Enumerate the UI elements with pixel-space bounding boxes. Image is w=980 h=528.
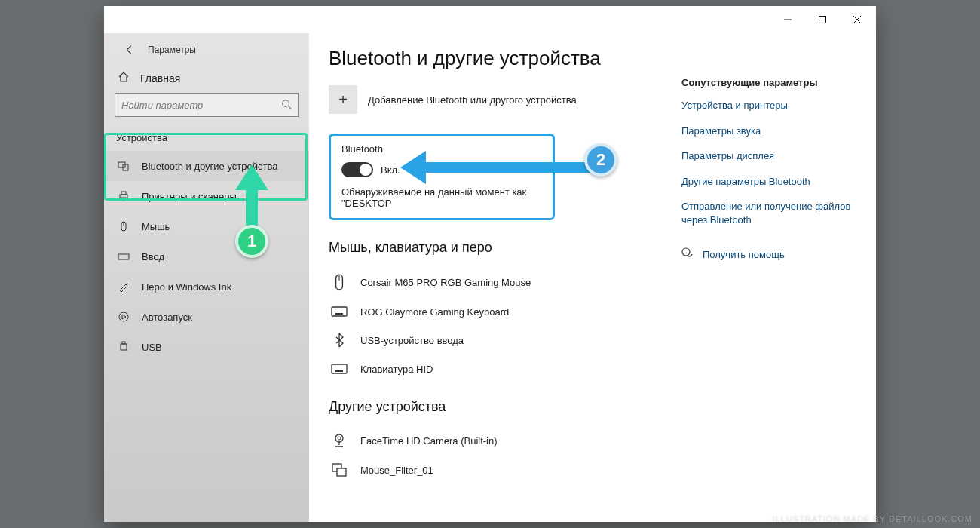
generic-device-icon	[329, 463, 350, 477]
search-placeholder: Найти параметр	[121, 100, 203, 111]
bluetooth-label: Bluetooth	[341, 143, 542, 155]
nav-label: USB	[142, 342, 162, 353]
mouse-icon	[329, 274, 350, 290]
discoverable-text: Обнаруживаемое на данный момент как "DES…	[341, 186, 542, 209]
svg-rect-22	[332, 307, 347, 316]
sidebar-nav: Bluetooth и другие устройства Принтеры и…	[104, 151, 309, 362]
bluetooth-block: Bluetooth Вкл. Обнаруживаемое на данный …	[329, 134, 555, 220]
mouse-icon	[116, 220, 131, 232]
get-help-link[interactable]: Получить помощь	[681, 247, 856, 262]
nav-label: Перо и Windows Ink	[142, 281, 231, 293]
camera-icon	[329, 433, 350, 448]
home-icon	[118, 71, 130, 85]
svg-point-38	[682, 248, 690, 256]
nav-label: Автозапуск	[142, 312, 192, 323]
related-link[interactable]: Другие параметры Bluetooth	[681, 175, 856, 189]
printer-icon	[116, 190, 131, 202]
help-label: Получить помощь	[703, 249, 785, 260]
device-name: ROG Claymore Gaming Keyboard	[360, 306, 509, 318]
nav-printers[interactable]: Принтеры и сканеры	[104, 181, 309, 211]
sidebar: Параметры Главная Найти параметр Устройс…	[104, 33, 309, 522]
sidebar-section: Устройства	[104, 124, 309, 151]
keyboard-icon	[329, 363, 350, 375]
titlebar	[104, 6, 876, 33]
window-title: Параметры	[148, 45, 196, 55]
usb-icon	[116, 341, 131, 353]
related-link[interactable]: Устройства и принтеры	[681, 99, 856, 112]
svg-point-17	[119, 312, 128, 321]
device-name: USB-устройство ввода	[360, 335, 464, 346]
nav-typing[interactable]: Ввод	[104, 241, 309, 272]
svg-rect-9	[121, 192, 126, 195]
device-row[interactable]: ROG Claymore Gaming Keyboard	[329, 298, 681, 325]
svg-point-35	[338, 437, 341, 440]
nav-label: Bluetooth и другие устройства	[142, 161, 277, 172]
bluetooth-toggle[interactable]	[341, 162, 373, 177]
related-pane: Сопутствующие параметры Устройства и при…	[681, 47, 856, 514]
home-nav[interactable]: Главная	[104, 60, 309, 93]
settings-window: Параметры Главная Найти параметр Устройс…	[104, 6, 876, 522]
keyboard-icon	[116, 250, 131, 262]
section-other: Другие устройства	[329, 399, 681, 415]
bluetooth-icon	[329, 333, 350, 348]
svg-rect-19	[122, 342, 125, 344]
minimize-button[interactable]	[770, 8, 805, 32]
nav-label: Ввод	[142, 251, 164, 262]
nav-pen[interactable]: Перо и Windows Ink	[104, 272, 309, 302]
watermark: ILLUSTRATION MADE BY DETAILLOOK.COM	[773, 514, 972, 523]
pen-icon	[116, 281, 131, 293]
device-name: Клавиатура HID	[360, 364, 433, 375]
nav-autoplay[interactable]: Автозапуск	[104, 302, 309, 332]
maximize-button[interactable]	[805, 8, 840, 32]
page-title: Bluetooth и другие устройства	[329, 47, 681, 70]
nav-usb[interactable]: USB	[104, 332, 309, 362]
related-link[interactable]: Параметры звука	[681, 124, 856, 138]
nav-mouse[interactable]: Мышь	[104, 211, 309, 241]
svg-rect-28	[332, 364, 347, 373]
annotation-badge-2: 2	[584, 143, 617, 177]
related-link[interactable]: Параметры дисплея	[681, 149, 856, 163]
add-device-button[interactable]: +	[329, 85, 357, 114]
add-device-row[interactable]: + Добавление Bluetooth или другого устро…	[329, 85, 681, 114]
nav-bluetooth[interactable]: Bluetooth и другие устройства	[104, 151, 309, 181]
svg-rect-18	[121, 344, 127, 350]
svg-point-34	[335, 434, 343, 442]
svg-line-5	[289, 106, 292, 109]
devices-icon	[116, 160, 131, 172]
svg-point-4	[283, 100, 289, 106]
content: Bluetooth и другие устройства + Добавлен…	[309, 33, 876, 522]
device-row[interactable]: Mouse_Filter_01	[329, 456, 681, 484]
add-device-label: Добавление Bluetooth или другого устройс…	[368, 94, 577, 106]
section-mkp: Мышь, клавиатура и перо	[329, 240, 681, 256]
related-link[interactable]: Отправление или получение файлов через B…	[681, 200, 856, 226]
plus-icon: +	[338, 91, 348, 109]
device-name: Corsair M65 PRO RGB Gaming Mouse	[360, 277, 531, 288]
device-row[interactable]: USB-устройство ввода	[329, 325, 681, 355]
device-row[interactable]: FaceTime HD Camera (Built-in)	[329, 425, 681, 456]
device-name: Mouse_Filter_01	[360, 465, 433, 476]
autoplay-icon	[116, 311, 131, 323]
search-icon	[281, 99, 292, 112]
annotation-badge-1: 1	[235, 225, 268, 258]
svg-rect-1	[819, 17, 826, 23]
svg-rect-13	[118, 254, 129, 259]
close-button[interactable]	[840, 8, 874, 32]
nav-label: Мышь	[142, 221, 170, 232]
back-button[interactable]	[115, 36, 145, 63]
related-header: Сопутствующие параметры	[681, 77, 856, 88]
device-name: FaceTime HD Camera (Built-in)	[360, 435, 498, 447]
home-label: Главная	[140, 72, 180, 84]
device-row[interactable]: Corsair M65 PRO RGB Gaming Mouse	[329, 266, 681, 298]
keyboard-icon	[329, 305, 350, 318]
search-input[interactable]: Найти параметр	[115, 93, 299, 117]
device-row[interactable]: Клавиатура HID	[329, 355, 681, 382]
main-pane: Bluetooth и другие устройства + Добавлен…	[329, 47, 681, 514]
bluetooth-state: Вкл.	[381, 164, 400, 176]
help-icon	[681, 247, 695, 262]
svg-rect-37	[337, 468, 346, 476]
nav-label: Принтеры и сканеры	[142, 191, 237, 202]
